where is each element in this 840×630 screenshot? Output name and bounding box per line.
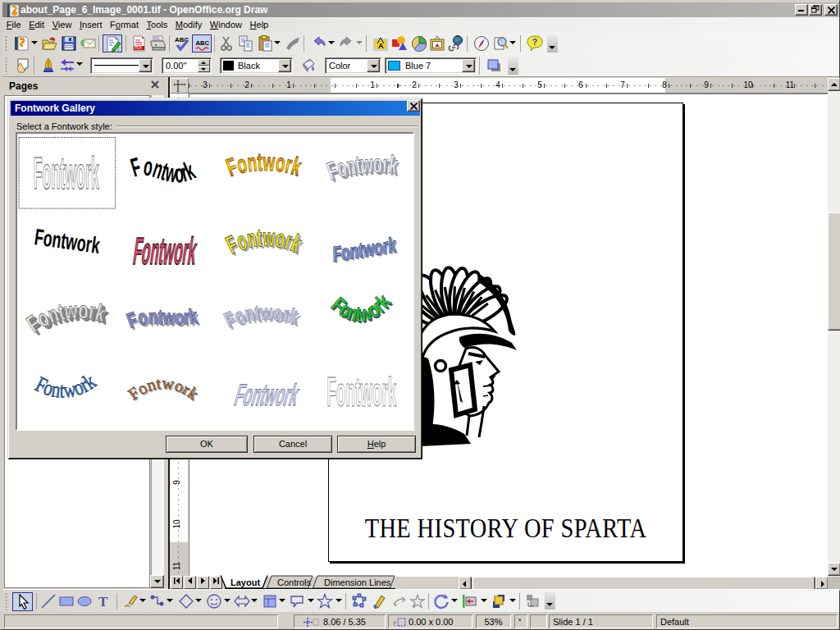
svg-text:Fontwork: Fontwork [123,304,199,333]
svg-text:?: ? [532,37,538,47]
svg-text:PDF: PDF [135,46,142,50]
svg-text:Fontwork: Fontwork [332,232,396,267]
svg-text:Fontwork: Fontwork [221,223,306,260]
svg-text:Controls: Controls [277,578,311,587]
svg-text:Fontwork: Fontwork [33,224,102,258]
svg-text:Fontwork: Fontwork [326,369,396,415]
svg-text:Fontwork: Fontwork [222,148,305,182]
svg-text:Fontwork: Fontwork [231,378,304,412]
svg-text:Layout: Layout [231,578,260,587]
svg-text:Fontwork: Fontwork [31,369,100,403]
svg-text:Fontwork: Fontwork [34,148,99,199]
svg-text:Dimension Lines: Dimension Lines [324,578,391,587]
svg-text:A: A [378,42,384,50]
svg-text:Fontwork: Fontwork [127,151,199,188]
svg-text:ABC: ABC [196,39,210,47]
svg-text:Fontwork: Fontwork [131,229,200,272]
svg-text:Fontwork: Fontwork [326,290,395,327]
svg-text:T: T [98,594,108,609]
svg-text:Fontwork: Fontwork [220,300,301,333]
